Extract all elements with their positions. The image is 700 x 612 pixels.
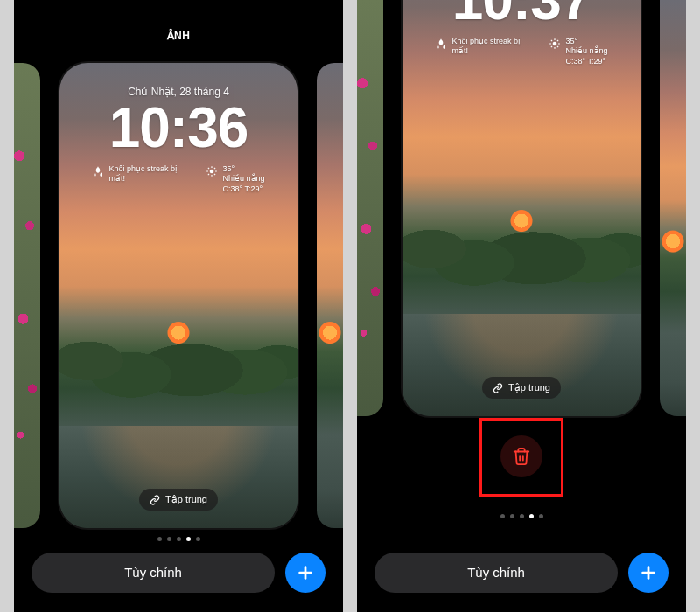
bottom-toolbar: Tùy chỉnh	[14, 553, 343, 593]
widget-weather: 35° Nhiều nắng C:38° T:29°	[206, 164, 264, 194]
svg-point-0	[210, 170, 214, 174]
svg-line-19	[557, 40, 558, 41]
lockscreen-widgets: Khôi phục streak bị mất! 35° Nhiều nắng …	[92, 164, 264, 194]
focus-pill[interactable]: Tập trung	[482, 377, 561, 399]
svg-point-11	[553, 42, 557, 46]
page-dot	[500, 514, 505, 518]
weather-temp: 35°	[222, 164, 234, 173]
focus-label: Tập trung	[508, 382, 550, 393]
duolingo-icon	[92, 165, 104, 177]
weather-temp: 35°	[565, 37, 578, 45]
lockscreen-time: 10:37	[452, 0, 592, 28]
page-dot	[520, 514, 524, 518]
widget-weather-text: 35° Nhiều nắng C:38° T:29°	[565, 37, 607, 66]
lockscreen-overlay: . 10:37 Khôi phục streak bị mất! 35° Nhi…	[402, 0, 640, 416]
wallpaper-peek-next[interactable]	[317, 63, 343, 528]
svg-line-7	[208, 174, 209, 175]
svg-line-18	[551, 46, 552, 47]
widget-streak: Khôi phục streak bị mất!	[92, 164, 188, 184]
page-dot	[539, 514, 543, 518]
svg-line-6	[214, 174, 215, 175]
lockscreen-widgets: Khôi phục streak bị mất! 35° Nhiều nắng …	[435, 37, 607, 66]
gallery-section-label: ẢNH	[14, 30, 343, 42]
sun-icon	[206, 165, 218, 177]
wallpaper-peek-prev[interactable]	[14, 63, 40, 528]
phone-right: . 10:37 Khôi phục streak bị mất! 35° Nhi…	[357, 0, 686, 612]
bottom-toolbar: Tùy chỉnh	[357, 553, 686, 593]
customize-button[interactable]: Tùy chỉnh	[32, 553, 275, 593]
page-dot-active	[529, 514, 534, 518]
page-dot-active	[186, 537, 191, 541]
lockscreen-time: 10:36	[109, 100, 248, 156]
lockscreen-overlay: Chủ Nhật, 28 tháng 4 10:36 Khôi phục str…	[60, 63, 298, 528]
widget-streak-text: Khôi phục streak bị mất!	[452, 37, 531, 57]
wallpaper-card[interactable]: . 10:37 Khôi phục streak bị mất! 35° Nhi…	[402, 0, 640, 416]
wallpaper-card[interactable]: Chủ Nhật, 28 tháng 4 10:36 Khôi phục str…	[60, 63, 298, 528]
page-dots[interactable]	[357, 514, 686, 518]
weather-range: C:38° T:29°	[222, 184, 262, 193]
sun-icon	[549, 38, 561, 50]
add-wallpaper-button[interactable]	[628, 553, 668, 593]
widget-streak: Khôi phục streak bị mất!	[435, 37, 531, 57]
svg-line-5	[208, 168, 209, 169]
link-icon	[150, 495, 160, 505]
delete-wallpaper-button[interactable]	[500, 435, 542, 477]
link-icon	[493, 383, 503, 393]
plus-icon	[296, 563, 315, 582]
trash-icon	[512, 447, 531, 466]
widget-weather-text: 35° Nhiều nắng C:38° T:29°	[222, 164, 264, 194]
phone-left: ẢNH Chủ Nhật, 28 tháng 4 10:36 Khôi phục…	[14, 0, 343, 612]
page-dot	[510, 514, 514, 518]
page-dots[interactable]	[14, 537, 343, 541]
focus-pill[interactable]: Tập trung	[139, 489, 218, 511]
svg-line-17	[557, 46, 558, 47]
focus-label: Tập trung	[165, 494, 207, 505]
duolingo-icon	[435, 38, 447, 50]
weather-cond: Nhiều nắng	[565, 46, 607, 55]
page-dot	[158, 537, 162, 541]
page-dot	[177, 537, 181, 541]
add-wallpaper-button[interactable]	[285, 553, 326, 593]
wallpaper-peek-next[interactable]	[660, 0, 686, 416]
lockscreen-date: Chủ Nhật, 28 tháng 4	[128, 86, 229, 98]
widget-weather: 35° Nhiều nắng C:38° T:29°	[549, 37, 607, 66]
weather-range: C:38° T:29°	[565, 57, 606, 66]
delete-button-row	[357, 435, 686, 477]
page-dot	[196, 537, 200, 541]
weather-cond: Nhiều nắng	[222, 174, 264, 183]
svg-line-16	[551, 40, 552, 41]
plus-icon	[639, 563, 658, 582]
wallpaper-peek-prev[interactable]	[357, 0, 383, 416]
widget-streak-text: Khôi phục streak bị mất!	[108, 164, 188, 184]
page-dot	[167, 537, 172, 541]
svg-line-8	[214, 168, 215, 169]
customize-button[interactable]: Tùy chỉnh	[374, 553, 618, 593]
